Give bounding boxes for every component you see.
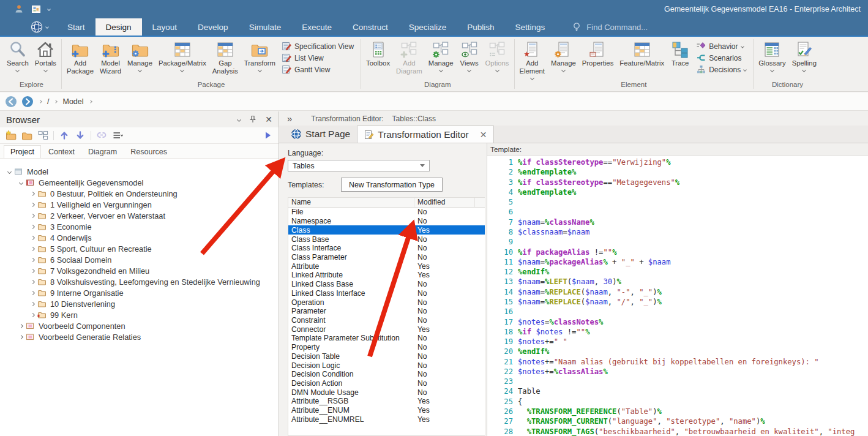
expander-icon[interactable] [31,202,35,206]
ribbon-button-list-view[interactable]: List View [282,53,354,62]
ribbon-button-gap-analysis[interactable]: Gap Analysis [209,39,241,76]
pin-icon[interactable] [249,115,257,124]
tree-item-5-sport-cultuur-en-recreatie[interactable]: 5 Sport, Cultuur en Recreatie [0,243,279,254]
ribbon-tab-develop[interactable]: Develop [187,18,239,36]
ribbon-button-add-package[interactable]: Add Package [64,39,97,76]
expander-icon[interactable] [31,312,35,317]
expander-icon[interactable] [31,257,35,261]
ribbon-tab-specialize[interactable]: Specialize [398,18,457,36]
expander-icon[interactable] [31,279,35,284]
tree-item-0-bestuur-politiek-en-ondersteuning[interactable]: 0 Bestuur, Politiek en Ondersteuning [0,188,279,199]
ribbon-tab-design[interactable]: Design [95,18,142,36]
ribbon-button-trace[interactable]: Trace [667,39,693,68]
template-row-linked-class-interface[interactable]: Linked Class InterfaceNo [288,288,485,298]
template-row-class[interactable]: ClassYes [288,225,485,235]
nav-back-button[interactable] [5,96,17,108]
ribbon-button-views[interactable]: Views [457,39,482,72]
focus-icon[interactable] [262,130,273,141]
template-row-decision-table[interactable]: Decision TableNo [288,352,485,361]
ribbon-button-feature-matrix[interactable]: Feature/Matrix [616,39,667,68]
tree-item-3-economie[interactable]: 3 Economie [0,221,279,232]
template-row-decision-logic[interactable]: Decision LogicNo [288,361,485,370]
expander-icon[interactable] [31,213,35,217]
ribbon-button-scenarios[interactable]: Scenarios [697,53,746,62]
ribbon-tab-execute[interactable]: Execute [291,18,342,36]
ribbon-button-portals[interactable]: Portals [32,39,59,72]
tree-item-9-interne-organisatie[interactable]: 9 Interne Organisatie [0,287,279,298]
template-row-constraint[interactable]: ConstraintNo [288,316,485,325]
ribbon-button-spelling[interactable]: Spelling [789,39,820,72]
language-select[interactable]: Tables [288,160,430,171]
expander-icon[interactable] [31,268,35,272]
template-row-class-base[interactable]: Class BaseNo [288,235,485,244]
document-tab-start-page[interactable]: Start Page [284,126,357,143]
ribbon-tab-layout[interactable]: Layout [142,18,188,36]
template-row-namespace[interactable]: NamespaceNo [288,217,485,226]
tree-item-1-veiligheid-en-vergunningen[interactable]: 1 Veiligheid en Vergunningen [0,199,279,210]
nav-forward-button[interactable] [21,96,34,108]
ribbon-button-gantt-view[interactable]: Gantt View [282,65,354,74]
browser-tab-context[interactable]: Context [42,146,81,158]
tab-close-icon[interactable]: ✕ [480,130,487,140]
breadcrumb-root[interactable]: / [47,97,49,106]
move-up-icon[interactable] [59,130,70,141]
document-tab-transformation-editor[interactable]: Transformation Editor✕ [357,126,494,143]
template-row-operation[interactable]: OperationNo [288,298,485,307]
code-editor[interactable]: 1%if classStereotype=="Verwijzing"%2%end… [487,156,868,436]
template-row-decision-condition[interactable]: Decision ConditionNo [288,370,485,379]
template-row-linked-class-base[interactable]: Linked Class BaseNo [288,280,485,289]
tree-item-6-sociaal-domein[interactable]: 6 Sociaal Domein [0,254,279,265]
user-icon[interactable] [13,4,24,15]
expander-icon[interactable] [19,323,23,328]
ribbon-button-search[interactable]: Search [4,39,32,72]
panel-close-icon[interactable]: ✕ [265,115,272,124]
ribbon-button-specification-view[interactable]: Specification View [282,42,354,51]
template-row-connector[interactable]: ConnectorYes [288,325,485,334]
ribbon-button-toolbox[interactable]: Toolbox [363,39,393,68]
move-down-icon[interactable] [75,130,86,141]
template-row-class-interface[interactable]: Class InterfaceNo [288,244,485,253]
template-row-attribute-enumrel[interactable]: Attribute__ENUMRELYes [288,415,485,424]
open-folder-icon[interactable] [21,130,32,141]
tree-item-10-dienstverlening[interactable]: 10 Dienstverlening [0,298,279,309]
quick-access-chevron-icon[interactable] [47,7,51,11]
tree-item-8-volkshuisvesting-leefomgeving-en-stedelijke-vernieuwing[interactable]: 8 Volkshuisvesting, Leefomgeving en Sted… [0,276,279,287]
browser-tab-diagram[interactable]: Diagram [82,146,123,158]
template-row-decision-action[interactable]: Decision ActionNo [288,379,485,388]
ribbon-button-manage[interactable]: Manage [425,39,457,72]
expander-icon[interactable] [31,224,35,228]
tree-item-gemeentelijk-gegevensmodel[interactable]: Gemeentelijk Gegevensmodel [0,177,279,188]
ribbon-button-decisions[interactable]: Decisions [697,65,746,74]
ea-logo-icon[interactable] [31,21,43,33]
menu-icon[interactable] [112,130,123,141]
browser-tab-resources[interactable]: Resources [124,146,173,158]
expander-icon[interactable] [19,334,23,339]
ribbon-tab-publish[interactable]: Publish [457,18,504,36]
template-row-property[interactable]: PropertyNo [288,343,485,352]
expander-icon[interactable] [31,290,35,295]
tree-item-7-volksgezondheid-en-milieu[interactable]: 7 Volksgezondheid en Milieu [0,265,279,276]
column-header-name[interactable]: Name [288,198,414,207]
logo-chevron-icon[interactable] [45,25,49,29]
new-transformation-type-button[interactable]: New Transformation Type [341,178,443,192]
tree-item-99-kern[interactable]: 99 Kern [0,309,279,320]
expander-icon[interactable] [19,180,23,184]
expander-icon[interactable] [31,191,35,195]
breadcrumb-item-model[interactable]: Model [62,97,83,106]
panel-menu-icon[interactable] [237,117,241,121]
tree-item-2-verkeer-vervoer-en-waterstaat[interactable]: 2 Verkeer, Vervoer en Waterstaat [0,210,279,221]
ribbon-button-manage[interactable]: Manage [548,39,579,72]
ribbon-button-transform[interactable]: Transform [241,39,279,72]
template-row-attribute-enum[interactable]: Attribute__ENUMYes [288,406,485,415]
expander-icon[interactable] [31,235,35,239]
template-row-file[interactable]: FileNo [288,208,485,217]
template-row-attribute[interactable]: AttributeYes [288,261,485,271]
template-row-attribute-rsgb[interactable]: Attribute__RSGBYes [288,397,485,406]
ribbon-tab-construct[interactable]: Construct [342,18,398,36]
ribbon-button-package-matrix[interactable]: Package/Matrix [155,39,209,72]
ribbon-button-manage[interactable]: Manage [124,39,155,72]
tree-item-voorbeeld-generatie-relaties[interactable]: Voorbeeld Generatie Relaties [0,331,279,342]
ribbon-button-model-wizard[interactable]: Model Wizard [97,39,124,76]
template-row-class-parameter[interactable]: Class ParameterNo [288,253,485,262]
link-icon[interactable] [96,130,107,141]
